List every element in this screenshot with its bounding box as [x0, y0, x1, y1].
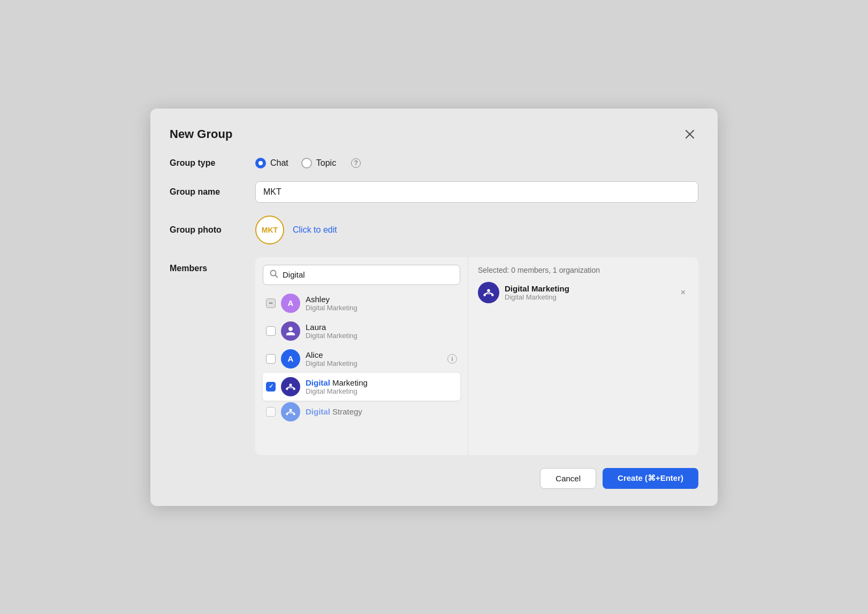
radio-chat-button[interactable]	[255, 158, 266, 168]
members-left-panel: A Ashley Digital Marketing La	[255, 257, 468, 455]
ds-name: Digital Strategy	[306, 407, 457, 416]
svg-point-16	[487, 289, 490, 292]
ashley-name: Ashley	[306, 295, 457, 304]
list-item[interactable]: Digital Strategy	[263, 401, 460, 423]
selected-item-info: Digital Marketing Digital Marketing	[505, 284, 672, 301]
click-to-edit-link[interactable]: Click to edit	[293, 225, 337, 235]
alice-info-icon[interactable]: i	[447, 354, 457, 364]
ashley-info: Ashley Digital Marketing	[306, 295, 457, 312]
laura-sub: Digital Marketing	[306, 332, 457, 340]
group-type-label: Group type	[170, 158, 255, 168]
dm-name-highlight: Digital	[306, 378, 330, 387]
group-photo-row: Group photo MKT Click to edit	[170, 216, 698, 244]
selected-item: Digital Marketing Digital Marketing ×	[478, 282, 689, 303]
list-item[interactable]: A Ashley Digital Marketing	[263, 289, 460, 317]
selected-dm-avatar	[478, 282, 499, 303]
list-item[interactable]: Digital Marketing Digital Marketing	[263, 373, 460, 401]
radio-chat[interactable]: Chat	[255, 158, 288, 168]
ashley-avatar: A	[281, 294, 300, 313]
svg-line-3	[276, 275, 278, 277]
alice-info: Alice Digital Marketing	[306, 350, 442, 367]
group-photo-avatar[interactable]: MKT	[255, 216, 284, 244]
selected-item-name: Digital Marketing	[505, 284, 672, 293]
ashley-sub: Digital Marketing	[306, 304, 457, 312]
dm-checkbox[interactable]	[266, 382, 276, 392]
search-box	[263, 265, 460, 285]
dialog-footer: Cancel Create (⌘+Enter)	[170, 468, 698, 489]
group-photo-label: Group photo	[170, 225, 255, 235]
search-input[interactable]	[283, 270, 453, 279]
dialog-title: New Group	[170, 127, 232, 141]
create-button[interactable]: Create (⌘+Enter)	[603, 468, 698, 489]
alice-avatar: A	[281, 349, 300, 369]
svg-point-17	[483, 294, 486, 296]
avatar-text: MKT	[262, 226, 278, 234]
dm-name: Digital Marketing	[306, 378, 457, 387]
dm-sub: Digital Marketing	[306, 387, 457, 395]
selected-header: Selected: 0 members, 1 organization	[478, 266, 689, 274]
ashley-checkbox[interactable]	[266, 298, 276, 308]
radio-chat-label: Chat	[270, 158, 288, 168]
group-name-label: Group name	[170, 187, 255, 197]
ds-checkbox[interactable]	[266, 407, 276, 417]
group-type-row: Group type Chat Topic ?	[170, 158, 698, 168]
new-group-dialog: New Group Group type Chat Topic ?	[150, 109, 718, 506]
laura-checkbox[interactable]	[266, 326, 276, 336]
members-right-panel: Selected: 0 members, 1 organization	[468, 257, 698, 455]
radio-topic[interactable]: Topic	[301, 158, 336, 168]
dialog-header: New Group	[170, 126, 698, 143]
search-icon	[270, 270, 278, 280]
laura-name: Laura	[306, 323, 457, 332]
svg-point-18	[491, 294, 494, 296]
list-item[interactable]: A Alice Digital Marketing i	[263, 345, 460, 373]
ds-info: Digital Strategy	[306, 407, 457, 416]
selected-item-sub: Digital Marketing	[505, 293, 672, 301]
radio-topic-label: Topic	[316, 158, 336, 168]
group-name-input[interactable]	[255, 181, 698, 203]
radio-group: Chat Topic ?	[255, 158, 361, 168]
close-button[interactable]	[681, 126, 698, 143]
remove-dm-button[interactable]: ×	[677, 287, 689, 298]
group-photo-area: MKT Click to edit	[255, 216, 337, 244]
ds-name-highlight: Digital	[306, 407, 330, 416]
ds-avatar	[281, 402, 300, 421]
alice-checkbox[interactable]	[266, 354, 276, 364]
laura-avatar	[281, 321, 300, 341]
list-item[interactable]: Laura Digital Marketing	[263, 317, 460, 345]
cancel-button[interactable]: Cancel	[540, 468, 596, 489]
members-section: Members i A	[170, 257, 698, 455]
laura-info: Laura Digital Marketing	[306, 323, 457, 340]
alice-name: Alice	[306, 350, 442, 359]
group-name-row: Group name	[170, 181, 698, 203]
members-label: Members	[170, 264, 255, 273]
radio-topic-button[interactable]	[301, 158, 312, 168]
help-icon[interactable]: ?	[351, 158, 361, 168]
svg-point-4	[290, 383, 292, 386]
members-panel: A Ashley Digital Marketing La	[255, 257, 698, 455]
dm-info: Digital Marketing Digital Marketing	[306, 378, 457, 395]
alice-sub: Digital Marketing	[306, 359, 442, 367]
dm-avatar	[281, 377, 300, 396]
members-label-area: Members i	[170, 257, 255, 273]
svg-point-10	[290, 409, 292, 411]
